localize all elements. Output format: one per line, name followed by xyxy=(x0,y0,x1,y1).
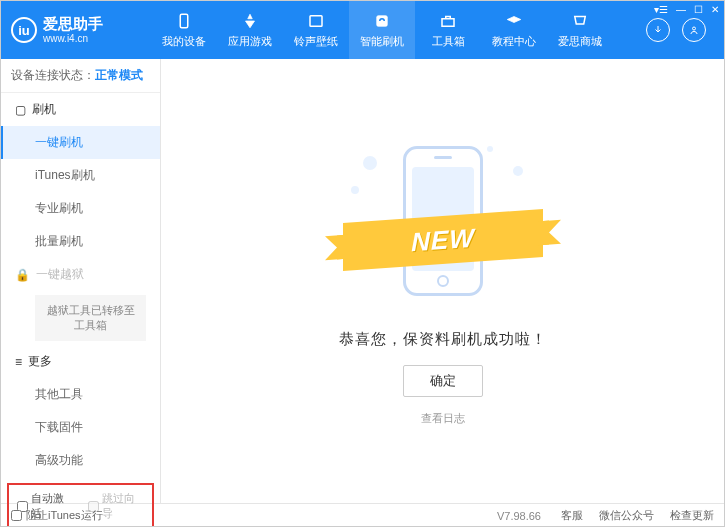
new-ribbon: NEW xyxy=(343,209,543,271)
image-icon xyxy=(306,11,326,31)
svg-rect-0 xyxy=(180,14,188,28)
section-more[interactable]: ≡更多 xyxy=(1,345,160,378)
apps-icon xyxy=(240,11,260,31)
toolbox-icon xyxy=(438,11,458,31)
nav-my-device[interactable]: 我的设备 xyxy=(151,1,217,59)
section-flash[interactable]: ▢刷机 xyxy=(1,93,160,126)
sidebar-item-itunes[interactable]: iTunes刷机 xyxy=(1,159,160,192)
graduation-icon xyxy=(504,11,524,31)
svg-rect-3 xyxy=(442,19,454,27)
footer-support[interactable]: 客服 xyxy=(561,508,583,523)
nav-ringtones[interactable]: 铃声壁纸 xyxy=(283,1,349,59)
success-illustration: NEW xyxy=(333,136,553,316)
svg-rect-1 xyxy=(310,16,322,27)
main-content: NEW 恭喜您，保资料刷机成功啦！ 确定 查看日志 xyxy=(161,59,724,503)
version-label: V7.98.66 xyxy=(497,510,541,522)
sidebar-item-pro[interactable]: 专业刷机 xyxy=(1,192,160,225)
cart-icon xyxy=(570,11,590,31)
logo-icon: iu xyxy=(11,17,37,43)
sidebar-item-other[interactable]: 其他工具 xyxy=(1,378,160,411)
sidebar-item-batch[interactable]: 批量刷机 xyxy=(1,225,160,258)
user-button[interactable] xyxy=(682,18,706,42)
nav-apps-games[interactable]: 应用游戏 xyxy=(217,1,283,59)
window-minimize-icon[interactable]: — xyxy=(676,4,686,15)
header-actions xyxy=(646,18,714,42)
sidebar-item-advanced[interactable]: 高级功能 xyxy=(1,444,160,477)
nav-toolbox[interactable]: 工具箱 xyxy=(415,1,481,59)
sidebar-item-download-fw[interactable]: 下载固件 xyxy=(1,411,160,444)
section-jailbreak: 🔒一键越狱 xyxy=(1,258,160,291)
sidebar-item-oneclick[interactable]: 一键刷机 xyxy=(1,126,160,159)
refresh-icon xyxy=(372,11,392,31)
header: iu 爱思助手 www.i4.cn 我的设备 应用游戏 铃声壁纸 智能刷机 工具… xyxy=(1,1,724,59)
ok-button[interactable]: 确定 xyxy=(403,365,483,397)
download-button[interactable] xyxy=(646,18,670,42)
block-itunes-checkbox[interactable]: 阻止iTunes运行 xyxy=(11,508,103,523)
connection-status: 设备连接状态：正常模式 xyxy=(1,59,160,93)
menu-icon: ≡ xyxy=(15,355,22,369)
app-subtitle: www.i4.cn xyxy=(43,33,103,44)
nav-flash[interactable]: 智能刷机 xyxy=(349,1,415,59)
window-maximize-icon[interactable]: ☐ xyxy=(694,4,703,15)
footer-wechat[interactable]: 微信公众号 xyxy=(599,508,654,523)
view-log-link[interactable]: 查看日志 xyxy=(421,411,465,426)
nav-tutorials[interactable]: 教程中心 xyxy=(481,1,547,59)
window-controls: ▾☰ — ☐ ✕ xyxy=(654,4,719,15)
success-message: 恭喜您，保资料刷机成功啦！ xyxy=(339,330,547,349)
sidebar: 设备连接状态：正常模式 ▢刷机 一键刷机 iTunes刷机 专业刷机 批量刷机 … xyxy=(1,59,161,503)
window-close-icon[interactable]: ✕ xyxy=(711,4,719,15)
main-nav: 我的设备 应用游戏 铃声壁纸 智能刷机 工具箱 教程中心 爱思商城 xyxy=(151,1,646,59)
footer-update[interactable]: 检查更新 xyxy=(670,508,714,523)
nav-store[interactable]: 爱思商城 xyxy=(547,1,613,59)
svg-rect-2 xyxy=(377,16,388,27)
flash-icon: ▢ xyxy=(15,103,26,117)
footer-links: 客服 微信公众号 检查更新 xyxy=(561,508,714,523)
window-menu-icon[interactable]: ▾☰ xyxy=(654,4,668,15)
logo: iu 爱思助手 www.i4.cn xyxy=(11,16,151,44)
lock-icon: 🔒 xyxy=(15,268,30,282)
phone-icon xyxy=(174,11,194,31)
jailbreak-note: 越狱工具已转移至工具箱 xyxy=(35,295,146,341)
app-title: 爱思助手 xyxy=(43,16,103,33)
svg-point-4 xyxy=(693,27,696,30)
